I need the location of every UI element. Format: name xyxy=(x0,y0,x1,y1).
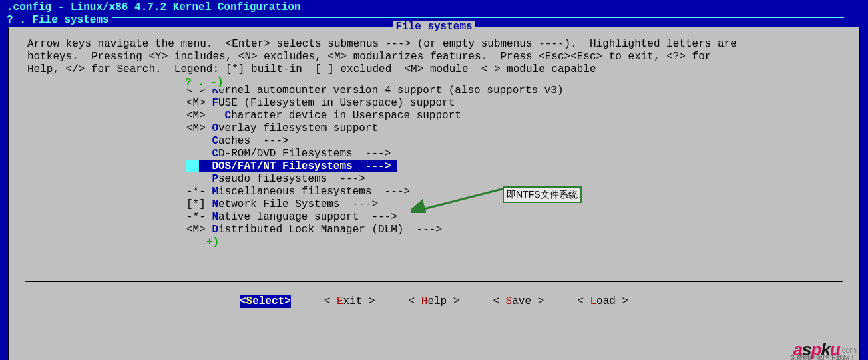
menu-item-prefix: <M> xyxy=(186,122,212,134)
menu-item-11[interactable]: <M> Distributed Lock Manager (DLM) ---> xyxy=(186,224,843,236)
menu-item-prefix xyxy=(186,135,212,147)
load-button[interactable]: < Load > xyxy=(577,295,628,308)
menu-item-6[interactable]: DOS/FAT/NT Filesystems ---> xyxy=(186,160,397,173)
main-panel: File systems Arrow keys navigate the men… xyxy=(8,27,860,360)
menu-item-hotkey: P xyxy=(212,173,218,185)
annotation-label: 即NTFS文件系统 xyxy=(503,186,582,203)
selection-mark xyxy=(186,160,199,172)
menu-list[interactable]: <*> Kernel automounter version 4 support… xyxy=(25,85,843,236)
menu-item-label: USE (Filesystem in Userspace) support xyxy=(218,97,455,109)
menu-item-prefix: -*- xyxy=(186,186,212,198)
menu-item-hotkey: C xyxy=(212,135,218,147)
menu-item-hotkey: F xyxy=(212,97,218,109)
menu-item-hotkey: M xyxy=(212,186,218,198)
select-button[interactable]: <Select> xyxy=(240,295,291,308)
menu-item-label: aches ---> xyxy=(218,135,289,147)
menu-item-label: seudo filesystems ---> xyxy=(218,173,365,185)
menu-item-prefix xyxy=(186,148,212,160)
menu-item-label: ernel automounter version 4 support (als… xyxy=(218,85,563,96)
menu-item-label: istributed Lock Manager (DLM) ---> xyxy=(218,224,442,236)
menu-item-hotkey: N xyxy=(212,211,218,223)
menu-item-prefix: [*] xyxy=(186,198,212,210)
exit-button[interactable]: < Exit > xyxy=(324,295,375,308)
menu-item-1[interactable]: <M> FUSE (Filesystem in Userspace) suppo… xyxy=(186,97,843,110)
menu-item-hotkey: O xyxy=(212,122,218,134)
menu-item-hotkey: N xyxy=(212,198,218,210)
menu-item-hotkey: C xyxy=(212,148,218,160)
menu-item-prefix xyxy=(186,173,212,185)
save-button[interactable]: < Save > xyxy=(493,295,544,308)
menu-item-2[interactable]: <M> Character device in Userspace suppor… xyxy=(186,110,843,122)
menu-item-prefix: <M> xyxy=(186,110,225,122)
menu-item-label: verlay filesystem support xyxy=(218,122,378,134)
scroll-down-indicator: +) xyxy=(25,236,843,249)
menu-item-prefix: -*- xyxy=(186,211,212,223)
menu-item-label: iscellaneous filesystems ---> xyxy=(218,186,410,198)
menu-item-hotkey: D xyxy=(212,224,218,236)
help-text: Arrow keys navigate the menu. <Enter> se… xyxy=(9,27,859,83)
breadcrumb-rule xyxy=(112,17,844,18)
menu-item-4[interactable]: Caches ---> xyxy=(186,135,843,148)
menu-item-10[interactable]: -*- Native language support ---> xyxy=(186,211,843,224)
button-bar: <Select>< Exit >< Help >< Save >< Load > xyxy=(9,282,859,308)
menu-box: ? . -) <*> Kernel automounter version 4 … xyxy=(25,83,843,282)
menu-item-label: haracter device in Userspace support xyxy=(231,110,461,122)
menu-item-3[interactable]: <M> Overlay filesystem support xyxy=(186,122,843,135)
panel-title: File systems xyxy=(9,21,859,33)
menu-item-prefix: <M> xyxy=(186,224,212,236)
menu-item-label: DOS/FAT/NT Filesystems ---> xyxy=(199,160,397,172)
menu-item-7[interactable]: Pseudo filesystems ---> xyxy=(186,173,843,186)
menu-item-0[interactable]: <*> Kernel automounter version 4 support… xyxy=(186,85,843,97)
menu-item-hotkey: C xyxy=(225,110,232,122)
menu-item-label: ative language support ---> xyxy=(218,211,397,223)
menu-item-prefix: <M> xyxy=(186,97,212,109)
help-button[interactable]: < Help > xyxy=(409,295,460,308)
scroll-up-indicator: ? . -) xyxy=(184,77,225,89)
menu-item-5[interactable]: CD-ROM/DVD Filesystems ---> xyxy=(186,148,843,160)
window-title: .config - Linux/x86 4.7.2 Kernel Configu… xyxy=(0,0,868,14)
watermark-sub: 免费网站源码下载站！ xyxy=(789,351,856,360)
menu-item-label: D-ROM/DVD Filesystems ---> xyxy=(218,148,391,160)
menu-item-label: etwork File Systems ---> xyxy=(218,198,378,210)
